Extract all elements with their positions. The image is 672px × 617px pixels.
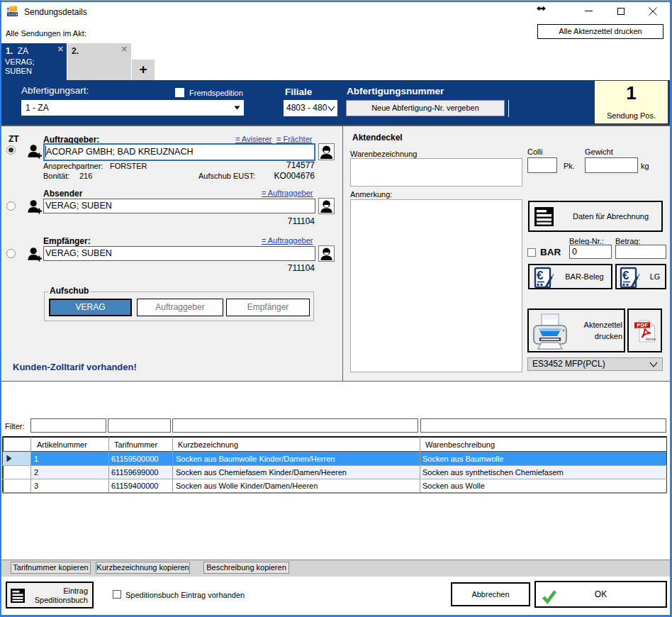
svg-text:PDF: PDF xyxy=(637,322,649,328)
svg-text:Adobe: Adobe xyxy=(645,337,656,341)
svg-text:€: € xyxy=(622,269,629,282)
svg-text:€: € xyxy=(537,269,544,282)
